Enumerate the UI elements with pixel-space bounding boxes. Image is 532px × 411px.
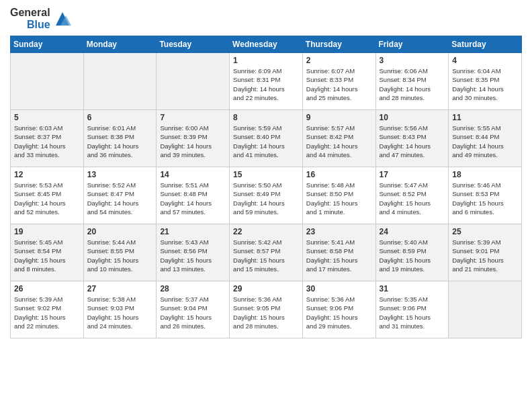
day-info: Sunrise: 5:46 AM Sunset: 8:53 PM Dayligh… [452, 181, 518, 216]
day-info: Sunrise: 5:56 AM Sunset: 8:43 PM Dayligh… [380, 124, 445, 159]
calendar-body: 1Sunrise: 6:09 AM Sunset: 8:31 PM Daylig… [11, 53, 522, 338]
calendar-day-cell: 5Sunrise: 6:03 AM Sunset: 8:37 PM Daylig… [11, 110, 84, 167]
day-info: Sunrise: 6:07 AM Sunset: 8:33 PM Dayligh… [306, 66, 372, 102]
day-number: 14 [160, 170, 226, 179]
day-number: 13 [87, 170, 153, 179]
day-number: 17 [380, 170, 445, 179]
day-info: Sunrise: 5:43 AM Sunset: 8:56 PM Dayligh… [160, 238, 226, 273]
day-number: 18 [452, 170, 518, 179]
day-info: Sunrise: 6:09 AM Sunset: 8:31 PM Dayligh… [233, 66, 299, 102]
day-number: 19 [14, 227, 80, 236]
day-info: Sunrise: 6:01 AM Sunset: 8:38 PM Dayligh… [87, 124, 153, 159]
day-info: Sunrise: 5:52 AM Sunset: 8:47 PM Dayligh… [87, 181, 153, 216]
day-number: 7 [160, 113, 226, 122]
day-of-week-header: Wednesday [230, 36, 303, 53]
day-info: Sunrise: 6:00 AM Sunset: 8:39 PM Dayligh… [160, 124, 226, 159]
day-number: 12 [14, 170, 80, 179]
calendar-day-cell: 6Sunrise: 6:01 AM Sunset: 8:38 PM Daylig… [83, 110, 157, 167]
calendar-day-cell [11, 53, 84, 110]
day-info: Sunrise: 6:04 AM Sunset: 8:35 PM Dayligh… [452, 66, 518, 102]
day-number: 22 [233, 227, 299, 236]
day-info: Sunrise: 5:41 AM Sunset: 8:58 PM Dayligh… [306, 238, 372, 273]
day-info: Sunrise: 5:45 AM Sunset: 8:54 PM Dayligh… [14, 238, 80, 273]
day-of-week-header: Monday [83, 36, 157, 53]
day-info: Sunrise: 5:59 AM Sunset: 8:40 PM Dayligh… [233, 124, 299, 159]
logo-icon [52, 9, 73, 29]
day-number: 16 [306, 170, 372, 179]
calendar-day-cell: 29Sunrise: 5:36 AM Sunset: 9:05 PM Dayli… [230, 281, 303, 338]
calendar-day-cell: 4Sunrise: 6:04 AM Sunset: 8:35 PM Daylig… [449, 53, 522, 110]
day-number: 29 [233, 284, 299, 293]
calendar-day-cell: 11Sunrise: 5:55 AM Sunset: 8:44 PM Dayli… [449, 110, 522, 167]
day-info: Sunrise: 5:53 AM Sunset: 8:45 PM Dayligh… [14, 181, 80, 216]
day-info: Sunrise: 5:39 AM Sunset: 9:02 PM Dayligh… [14, 295, 80, 330]
day-number: 9 [306, 113, 372, 122]
day-info: Sunrise: 5:36 AM Sunset: 9:06 PM Dayligh… [306, 295, 372, 330]
day-info: Sunrise: 5:47 AM Sunset: 8:52 PM Dayligh… [380, 181, 445, 216]
calendar-page: General Blue SundayMondayTuesdayWednesda… [0, 0, 532, 345]
calendar-header: SundayMondayTuesdayWednesdayThursdayFrid… [11, 36, 522, 53]
day-number: 15 [233, 170, 299, 179]
calendar-day-cell: 21Sunrise: 5:43 AM Sunset: 8:56 PM Dayli… [157, 224, 230, 281]
calendar-week-row: 5Sunrise: 6:03 AM Sunset: 8:37 PM Daylig… [11, 110, 522, 167]
calendar-day-cell: 14Sunrise: 5:51 AM Sunset: 8:48 PM Dayli… [157, 167, 230, 224]
day-info: Sunrise: 5:50 AM Sunset: 8:49 PM Dayligh… [233, 181, 299, 216]
calendar-day-cell: 28Sunrise: 5:37 AM Sunset: 9:04 PM Dayli… [157, 281, 230, 338]
day-number: 20 [87, 227, 153, 236]
day-info: Sunrise: 5:40 AM Sunset: 8:59 PM Dayligh… [380, 238, 445, 273]
day-info: Sunrise: 5:38 AM Sunset: 9:03 PM Dayligh… [87, 295, 153, 330]
calendar-day-cell: 19Sunrise: 5:45 AM Sunset: 8:54 PM Dayli… [11, 224, 84, 281]
day-number: 3 [380, 56, 445, 65]
calendar-day-cell: 18Sunrise: 5:46 AM Sunset: 8:53 PM Dayli… [449, 167, 522, 224]
day-info: Sunrise: 5:42 AM Sunset: 8:57 PM Dayligh… [233, 238, 299, 273]
day-info: Sunrise: 6:03 AM Sunset: 8:37 PM Dayligh… [14, 124, 80, 159]
day-info: Sunrise: 5:39 AM Sunset: 9:01 PM Dayligh… [452, 238, 518, 273]
calendar-week-row: 19Sunrise: 5:45 AM Sunset: 8:54 PM Dayli… [11, 224, 522, 281]
day-info: Sunrise: 5:55 AM Sunset: 8:44 PM Dayligh… [452, 124, 518, 159]
calendar-day-cell: 2Sunrise: 6:07 AM Sunset: 8:33 PM Daylig… [302, 53, 375, 110]
calendar-day-cell: 8Sunrise: 5:59 AM Sunset: 8:40 PM Daylig… [230, 110, 303, 167]
calendar-day-cell: 20Sunrise: 5:44 AM Sunset: 8:55 PM Dayli… [83, 224, 157, 281]
day-of-week-header: Friday [375, 36, 449, 53]
calendar-day-cell: 23Sunrise: 5:41 AM Sunset: 8:58 PM Dayli… [302, 224, 375, 281]
calendar-day-cell: 1Sunrise: 6:09 AM Sunset: 8:31 PM Daylig… [230, 53, 303, 110]
calendar-week-row: 1Sunrise: 6:09 AM Sunset: 8:31 PM Daylig… [11, 53, 522, 110]
day-info: Sunrise: 6:06 AM Sunset: 8:34 PM Dayligh… [380, 66, 445, 102]
calendar-day-cell [449, 281, 522, 338]
day-number: 21 [160, 227, 226, 236]
calendar-day-cell: 12Sunrise: 5:53 AM Sunset: 8:45 PM Dayli… [11, 167, 84, 224]
calendar-day-cell: 3Sunrise: 6:06 AM Sunset: 8:34 PM Daylig… [375, 53, 449, 110]
day-info: Sunrise: 5:36 AM Sunset: 9:05 PM Dayligh… [233, 295, 299, 330]
calendar-week-row: 12Sunrise: 5:53 AM Sunset: 8:45 PM Dayli… [11, 167, 522, 224]
day-of-week-header: Thursday [302, 36, 375, 53]
calendar-day-cell [83, 53, 157, 110]
day-number: 27 [87, 284, 153, 293]
day-number: 30 [306, 284, 372, 293]
calendar-table: SundayMondayTuesdayWednesdayThursdayFrid… [10, 36, 522, 338]
logo-blue: Blue [27, 19, 50, 31]
day-info: Sunrise: 5:35 AM Sunset: 9:06 PM Dayligh… [380, 295, 445, 330]
calendar-day-cell: 9Sunrise: 5:57 AM Sunset: 8:42 PM Daylig… [302, 110, 375, 167]
calendar-day-cell: 7Sunrise: 6:00 AM Sunset: 8:39 PM Daylig… [157, 110, 230, 167]
day-number: 5 [14, 113, 80, 122]
calendar-day-cell: 13Sunrise: 5:52 AM Sunset: 8:47 PM Dayli… [83, 167, 157, 224]
day-number: 26 [14, 284, 80, 293]
day-number: 6 [87, 113, 153, 122]
days-of-week-row: SundayMondayTuesdayWednesdayThursdayFrid… [11, 36, 522, 53]
day-info: Sunrise: 5:51 AM Sunset: 8:48 PM Dayligh… [160, 181, 226, 216]
calendar-day-cell: 26Sunrise: 5:39 AM Sunset: 9:02 PM Dayli… [11, 281, 84, 338]
calendar-day-cell: 25Sunrise: 5:39 AM Sunset: 9:01 PM Dayli… [449, 224, 522, 281]
day-number: 28 [160, 284, 226, 293]
calendar-day-cell: 16Sunrise: 5:48 AM Sunset: 8:50 PM Dayli… [302, 167, 375, 224]
day-number: 24 [380, 227, 445, 236]
day-number: 1 [233, 56, 299, 65]
logo-area: General Blue [10, 7, 73, 30]
calendar-day-cell: 22Sunrise: 5:42 AM Sunset: 8:57 PM Dayli… [230, 224, 303, 281]
day-of-week-header: Sunday [11, 36, 84, 53]
calendar-day-cell [157, 53, 230, 110]
logo-general: General [10, 7, 50, 19]
day-number: 25 [452, 227, 518, 236]
day-info: Sunrise: 5:44 AM Sunset: 8:55 PM Dayligh… [87, 238, 153, 273]
day-number: 11 [452, 113, 518, 122]
day-number: 23 [306, 227, 372, 236]
